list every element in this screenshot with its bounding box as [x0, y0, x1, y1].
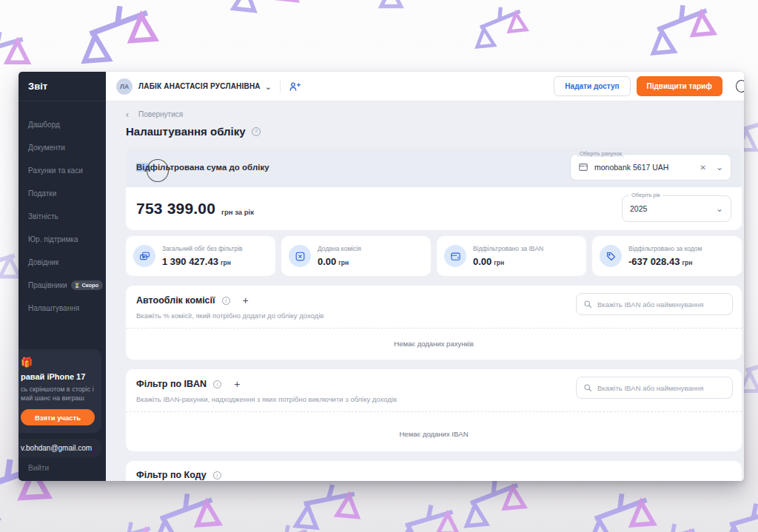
scales-icon — [381, 0, 442, 15]
stat-card-filtered-code: Відфільтровано за кодом -637 028.43грн — [592, 236, 742, 276]
clipped-edge-icon — [736, 80, 744, 92]
sidebar-item-dashboard[interactable]: Дашборд — [19, 113, 106, 136]
scales-icon — [400, 500, 460, 532]
scales-icon — [463, 472, 529, 532]
section-title: Фільтр по Коду — [136, 470, 207, 480]
sidebar-item-reporting[interactable]: Звітність — [19, 205, 106, 228]
gift-icon: 🎁 — [21, 357, 95, 368]
scales-icon — [232, 0, 303, 24]
clear-icon[interactable]: ✕ — [700, 164, 706, 172]
year-select-label: Оберіть рік — [629, 192, 663, 198]
sidebar-item-settings[interactable]: Налаштування — [19, 297, 106, 320]
topbar-actions: Надати доступ Підвищити тариф — [554, 76, 737, 96]
account-select-label: Оберіть рахунок — [577, 150, 624, 157]
account-select-value: monobank 5617 UAH — [594, 163, 668, 172]
app-window: Звіт Дашборд Документи Рахунки та каси П… — [19, 72, 744, 481]
add-item-icon[interactable]: + — [243, 294, 249, 306]
filtered-sum-card: Відфільтрована сума до обліку Оберіть ра… — [126, 147, 742, 230]
iphone-promo-card: 🎁 равай iPhone 17 сь скріншотом в сторіс… — [19, 349, 101, 433]
section-title: Фільтр по IBAN — [136, 379, 207, 389]
chevron-down-icon[interactable]: ⌄ — [716, 166, 723, 169]
search-field[interactable] — [576, 377, 733, 399]
account-name[interactable]: ЛАБІК АНАСТАСІЯ РУСЛАНІВНА — [138, 82, 261, 90]
stat-card-filtered-iban: Відфільтровано за IBAN 0.00грн — [437, 236, 586, 276]
info-icon[interactable]: i — [222, 297, 230, 305]
settings-content: ‹ Повернутися Налаштування обліку ? Відф… — [106, 101, 744, 481]
stat-value: 0.00 — [473, 256, 492, 267]
commission-square-icon — [295, 251, 306, 262]
scales-icon — [81, 0, 161, 72]
stat-unit: грн — [221, 259, 231, 266]
scales-icon — [645, 519, 702, 532]
grant-access-button[interactable]: Надати доступ — [554, 76, 630, 96]
info-icon[interactable]: i — [213, 471, 221, 479]
stat-label: Відфільтровано за IBAN — [473, 245, 543, 252]
filtered-sum-banner: Відфільтрована сума до обліку Оберіть ра… — [126, 147, 742, 187]
year-select[interactable]: Оберіть рік 2025 ⌄ — [622, 195, 731, 222]
search-input[interactable] — [597, 384, 725, 392]
topbar-divider — [280, 80, 281, 93]
back-chevron-icon: ‹ — [126, 111, 129, 118]
card-icon — [578, 162, 588, 172]
promo-participate-button[interactable]: Взяти участь — [21, 409, 95, 425]
year-select-value: 2025 — [630, 204, 647, 213]
add-item-icon[interactable]: + — [234, 378, 240, 390]
hourglass-icon: ⏳ — [74, 283, 81, 289]
stat-value: 0.00 — [318, 256, 336, 267]
back-link[interactable]: ‹ Повернутися — [126, 110, 742, 118]
tag-icon — [606, 251, 617, 262]
scales-icon — [473, 0, 531, 54]
account-select[interactable]: Оберіть рахунок monobank 5617 UAH ✕ ⌄ — [570, 154, 731, 181]
person-add-icon — [289, 81, 301, 92]
search-field[interactable] — [576, 293, 733, 315]
stat-card-added-commission: Додана комісія 0.00грн — [281, 236, 431, 276]
filtered-sum-label: Відфільтрована сума до обліку — [136, 163, 269, 172]
sidebar-item-employees[interactable]: Працівники ⏳ Скоро — [19, 274, 106, 297]
wallet-icon — [450, 251, 461, 262]
sidebar-nav: Дашборд Документи Рахунки та каси Податк… — [19, 101, 106, 349]
stat-unit: грн — [338, 259, 349, 266]
sidebar-item-documents[interactable]: Документи — [19, 136, 106, 159]
soon-badge: ⏳ Скоро — [71, 280, 104, 290]
sidebar-item-directory[interactable]: Довідник — [19, 251, 106, 274]
sidebar-item-accounts[interactable]: Рахунки та каси — [19, 159, 106, 182]
page-title-row: Налаштування обліку ? — [126, 125, 742, 138]
logout-link[interactable]: Вийти — [19, 464, 106, 481]
stat-value: -637 028.43 — [628, 256, 680, 267]
help-icon[interactable]: ? — [252, 127, 261, 136]
add-user-button[interactable] — [289, 81, 301, 92]
sidebar-item-legal-support[interactable]: Юр. підтримка — [19, 228, 106, 251]
banknotes-icon — [139, 251, 150, 262]
stat-unit: грн — [682, 259, 692, 266]
info-icon[interactable]: i — [213, 380, 221, 388]
yearly-amount-row: 753 399.00 грн за рік Оберіть рік 2025 ⌄ — [126, 187, 742, 230]
sidebar-item-taxes[interactable]: Податки — [19, 182, 106, 205]
stat-card-total-turnover: Загальний обіг без фільтрів 1 390 427.43… — [126, 236, 275, 276]
stat-label: Відфільтровано за кодом — [628, 245, 702, 252]
section-code-filter: Фільтр по Коду i — [126, 461, 742, 481]
stat-unit: грн — [494, 259, 504, 266]
stat-value: 1 390 427.43 — [162, 256, 218, 267]
stat-label: Додана комісія — [318, 245, 361, 252]
yearly-amount-value: 753 399.00 — [136, 200, 215, 218]
stat-label: Загальний обіг без фільтрів — [162, 245, 243, 252]
search-input[interactable] — [597, 300, 725, 309]
upgrade-tariff-button[interactable]: Підвищити тариф — [637, 76, 722, 96]
user-email[interactable]: v.bohdan@gmail.com — [19, 439, 101, 457]
chevron-down-icon[interactable]: ⌄ — [265, 84, 272, 89]
sidebar: Звіт Дашборд Документи Рахунки та каси П… — [19, 72, 106, 481]
stage: Звіт Дашборд Документи Рахунки та каси П… — [0, 0, 758, 532]
avatar[interactable]: ЛА — [116, 78, 133, 95]
yearly-amount-unit: грн за рік — [221, 208, 254, 216]
scales-icon — [649, 0, 720, 63]
chevron-down-icon[interactable]: ⌄ — [716, 207, 723, 211]
main-column: ЛА ЛАБІК АНАСТАСІЯ РУСЛАНІВНА ⌄ Надати д… — [106, 72, 744, 481]
topbar: ЛА ЛАБІК АНАСТАСІЯ РУСЛАНІВНА ⌄ Надати д… — [106, 72, 744, 101]
page-title: Налаштування обліку — [126, 125, 246, 138]
promo-title: равай iPhone 17 — [21, 372, 95, 381]
scales-icon — [724, 499, 758, 532]
promo-line-1: сь скріншотом в сторіс і — [21, 385, 95, 394]
scales-icon — [261, 521, 314, 532]
section-iban-filter: Фільтр по IBAN i + Вкажіть IBAN-рахунки,… — [126, 369, 742, 451]
section-auto-commission: Автооблік комісії i + Вкажіть % комісії,… — [126, 286, 742, 360]
